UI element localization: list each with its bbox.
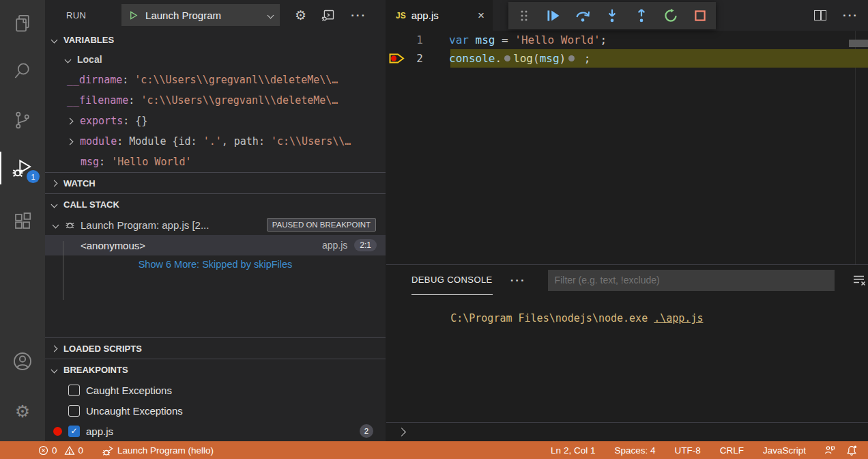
tab-debug-console[interactable]: DEBUG CONSOLE [411,265,493,295]
checkbox-unchecked[interactable] [68,385,80,396]
debug-session-row[interactable]: Launch Program: app.js [2... PAUSED ON B… [45,214,386,235]
explorer-icon[interactable] [0,7,45,40]
views-more-actions-icon[interactable]: ··· [351,10,366,21]
clear-console-icon[interactable] [852,274,866,286]
repl-prompt-chevron-icon [397,428,406,436]
variable-msg[interactable]: msg: 'Hello World' [45,152,386,172]
frame-file: app.js [322,240,347,251]
chevron-down-icon [53,221,59,228]
section-call-stack[interactable]: CALL STACK [45,193,386,214]
notifications-bell-icon[interactable] [841,445,863,456]
continue-button[interactable] [546,8,561,23]
stop-button[interactable] [693,8,708,23]
panel-more-actions-icon[interactable]: ··· [510,275,526,286]
chevron-down-icon [267,12,274,18]
current-breakpoint-arrow-icon[interactable] [386,53,407,64]
console-file-link[interactable]: .\app.js [654,312,703,324]
editor-more-actions-icon[interactable]: ··· [843,10,858,21]
code-line-2-current[interactable]: 2 console.log(msg) ; [386,49,868,68]
settings-gear-icon[interactable]: ⚙ [0,395,45,428]
feedback-icon[interactable] [818,445,841,456]
stack-frame-row-selected[interactable]: <anonymous> app.js 2:1 [45,235,386,255]
javascript-file-icon: JS [396,11,406,20]
code-area[interactable]: 1 var msg = 'Hello World'; 2 console.log… [386,31,868,68]
tree-indent-guide [63,241,63,300]
scope-local[interactable]: Local [45,49,386,70]
tab-appjs[interactable]: JS app.js × [386,0,493,31]
console-output-line: C:\Program Files\nodejs\node.exe .\app.j… [414,300,868,337]
variable-filename[interactable]: __filename: 'c:\\Users\\gregvanl\\delete… [45,90,386,111]
panel-title: RUN [66,10,86,20]
debug-status-icon [102,445,114,456]
run-and-debug-icon[interactable]: 1 [0,152,45,184]
close-tab-icon[interactable]: × [478,9,484,23]
section-watch[interactable]: WATCH [45,172,386,193]
paused-on-breakpoint-badge: PAUSED ON BREAKPOINT [267,218,376,232]
variable-exports[interactable]: exports: {} [45,111,386,131]
session-label: Launch Program: app.js [2... [81,219,267,231]
debug-toolbar [508,2,716,29]
chevron-down-icon [51,36,58,43]
section-loaded-scripts[interactable]: LOADED SCRIPTS [45,337,386,359]
sidebar-empty-space [45,273,386,337]
debug-session-count-badge: 1 [27,170,40,183]
run-panel-header: RUN Launch Program ⚙ ··· [45,0,386,30]
section-variables[interactable]: VARIABLES [45,30,386,49]
problems-status[interactable]: 0 0 [33,445,89,456]
vscode-window: 1 ⚙ RUN Launch Program [0,0,868,459]
run-debug-sidebar: RUN Launch Program ⚙ ··· [45,0,386,441]
language-mode-status[interactable]: JavaScript [757,445,811,456]
debug-console-toggle-icon[interactable] [321,8,336,23]
bug-icon [64,219,76,231]
split-editor-icon[interactable] [814,10,826,20]
inline-breakpoint-dot-icon[interactable] [504,55,510,61]
checkbox-checked[interactable]: ✓ [68,426,80,437]
frame-position-badge: 2:1 [354,239,377,251]
chevron-down-icon [51,366,58,373]
restart-button[interactable] [663,8,678,23]
code-line-1[interactable]: 1 var msg = 'Hello World'; [386,31,868,49]
encoding-status[interactable]: UTF-8 [669,445,706,456]
editor-group: JS app.js × [386,0,868,264]
chevron-down-icon [51,201,58,208]
configure-gear-icon[interactable]: ⚙ [295,9,306,22]
step-over-button[interactable] [575,8,590,23]
variable-module[interactable]: module: Module {id: '.', path: 'c:\\User… [45,131,386,152]
eol-status[interactable]: CRLF [714,445,749,456]
checkbox-unchecked[interactable] [68,405,80,417]
breakpoint-uncaught-exceptions[interactable]: Uncaught Exceptions [45,400,386,421]
search-icon[interactable] [0,55,45,87]
debug-target-status[interactable]: Launch Program (hello) [97,445,219,456]
chevron-right-icon [51,180,58,186]
start-debug-icon [128,10,139,20]
chevron-right-icon [67,138,74,145]
extensions-icon[interactable] [0,205,45,238]
source-control-icon[interactable] [0,104,45,137]
indentation-status[interactable]: Spaces: 4 [609,445,661,456]
editor-actions: ··· [814,0,858,31]
console-repl-input[interactable] [386,422,868,441]
error-icon [38,445,48,456]
variable-dirname[interactable]: __dirname: 'c:\\Users\\gregvanl\\deleteM… [45,70,386,90]
chevron-right-icon [51,345,58,352]
chevron-right-icon [67,117,74,124]
accounts-icon[interactable] [0,345,45,378]
activity-bar: 1 ⚙ [0,0,45,441]
editor-scrollbar-thumb[interactable] [849,40,868,47]
launch-config-label: Launch Program [145,10,268,21]
inline-breakpoint-dot-icon[interactable] [568,55,575,61]
step-out-button[interactable] [634,8,649,23]
breakpoint-appjs[interactable]: ✓ app.js 2 [45,421,386,441]
panel-header: DEBUG CONSOLE ··· [386,265,868,295]
console-filter-input[interactable] [548,270,835,291]
toolbar-drag-handle[interactable] [517,8,532,23]
show-more-frames-link[interactable]: Show 6 More: Skipped by skipFiles [45,255,386,273]
section-breakpoints[interactable]: BREAKPOINTS [45,359,386,380]
breakpoint-dot-icon [53,427,62,436]
step-into-button[interactable] [605,8,620,23]
status-bar: 0 0 Launch Program (hello) Ln 2, Col 1 S… [0,441,868,459]
breakpoint-count-badge: 2 [360,424,373,438]
launch-config-dropdown[interactable]: Launch Program [121,4,280,26]
breakpoint-caught-exceptions[interactable]: Caught Exceptions [45,380,386,400]
cursor-position-status[interactable]: Ln 2, Col 1 [545,445,601,456]
